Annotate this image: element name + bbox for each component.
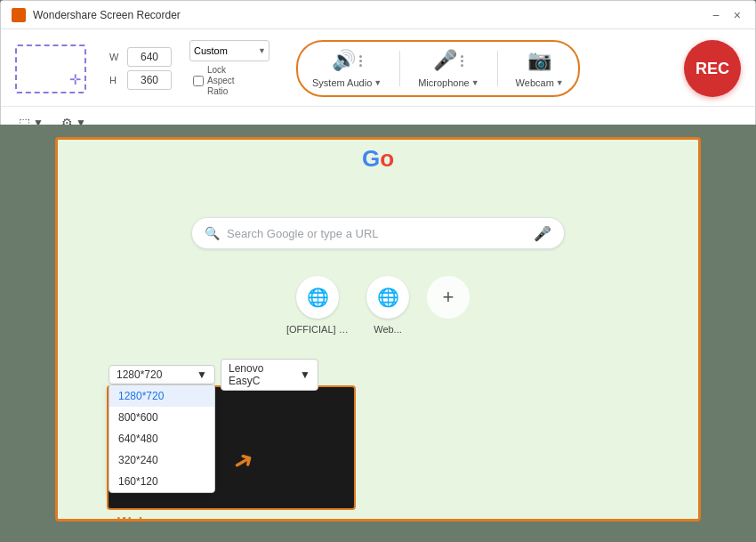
system-audio-dropdown-arrow-icon[interactable]: ▼ [374,78,382,87]
system-audio-icon-row: 🔊 [332,49,362,72]
width-input[interactable] [127,47,172,67]
close-button[interactable]: × [730,7,744,23]
camera-device-arrow-icon: ▼ [300,368,310,381]
width-label: W [109,52,122,62]
dot [359,64,362,67]
resolution-dropdown: 1280*720 800*600 640*480 320*240 [109,384,215,493]
webcam-icon: 📷 [527,49,551,72]
system-audio-dots [359,55,362,67]
search-icon: 🔍 [205,226,220,240]
height-input[interactable] [127,70,172,90]
minimize-button[interactable]: − [709,7,723,23]
shortcut-label-1: [OFFICIAL] W... [286,324,349,335]
camera-device-label: Lenovo EasyC [229,362,296,387]
canvas-crosshair-icon: ✛ [69,71,81,88]
microphone-label: Microphone [418,77,469,88]
webcam-panel: 1280*720 ▼ 1280*720 800*600 640*480 [107,385,356,510]
google-letter-o1: o [380,145,394,172]
res-option-160[interactable]: 160*120 [109,471,214,492]
webcam-icon-row: 📷 [527,49,551,72]
webcam-dropdown-arrow-icon[interactable]: ▼ [556,78,564,87]
res-option-800[interactable]: 800*600 [109,407,214,428]
webcam-av-label: Webcam [516,77,554,88]
system-audio-icon: 🔊 [332,49,356,72]
webcam-controls: 1280*720 ▼ 1280*720 800*600 640*480 [109,359,318,391]
custom-select[interactable]: Custom [189,40,269,61]
google-logo: Go [362,145,394,173]
microphone-dropdown-arrow-icon[interactable]: ▼ [471,78,479,87]
microphone-dots [461,55,463,67]
dot [359,55,362,58]
shortcut-item-1: 🌐 [OFFICIAL] W... [286,276,349,335]
webcam-arrow-annotation: ➜ [227,443,259,479]
webcam-annotation-label: Webca [117,515,163,522]
add-shortcut-button[interactable]: + [427,276,470,319]
av-divider-1 [399,51,400,86]
width-row: W [109,47,172,67]
browser-content: Go 🔍 Search Google or type a URL 🎤 🌐 [OF… [58,140,698,519]
shortcut-label-2: Web... [374,324,402,335]
lock-section: Lock Aspect Ratio [193,65,269,97]
browser-frame: Go 🔍 Search Google or type a URL 🎤 🌐 [OF… [55,137,701,522]
system-audio-label: System Audio [312,77,372,88]
res-option-1280[interactable]: 1280*720 [109,385,214,407]
chrome-icon: 🌐 [307,287,329,308]
res-option-640[interactable]: 640*480 [109,428,214,449]
microphone-select-row: Microphone ▼ [418,77,479,88]
webcam-item: 📷 Webcam ▼ [516,49,564,88]
av-controls-group: 🔊 System Audio ▼ 🎤 [296,40,580,97]
title-bar-left: Wondershare Screen Recorder [12,8,181,22]
camera-device-selected[interactable]: Lenovo EasyC ▼ [221,359,318,391]
shortcut-item-2: 🌐 Web... [366,276,409,335]
search-bar[interactable]: 🔍 Search Google or type a URL 🎤 [191,217,565,249]
preview-area: Go 🔍 Search Google or type a URL 🎤 🌐 [OF… [0,125,756,542]
resolution-arrow-icon: ▼ [197,368,207,381]
window-controls: − × [709,7,744,23]
height-label: H [109,75,122,85]
system-audio-select-row: System Audio ▼ [312,77,382,88]
shortcut-icon-2[interactable]: 🌐 [366,276,409,319]
res-option-320[interactable]: 320*240 [109,449,214,471]
microphone-icon-row: 🎤 [433,49,463,72]
web-icon: 🌐 [377,287,399,308]
google-letter-g: G [362,145,380,172]
voice-search-icon[interactable]: 🎤 [534,225,551,242]
canvas-preview: ✛ [15,44,86,93]
microphone-item: 🎤 Microphone ▼ [418,49,479,88]
camera-device-wrap: Lenovo EasyC ▼ [221,359,318,391]
search-placeholder: Search Google or type a URL [227,227,527,240]
app-icon [12,8,26,22]
shortcut-icon-1[interactable]: 🌐 [296,276,339,319]
size-section: W H [109,47,172,90]
shortcuts-row: 🌐 [OFFICIAL] W... 🌐 Web... + [58,276,698,335]
dot [461,55,463,58]
main-window: Wondershare Screen Recorder − × ✛ W H [0,0,756,140]
resolution-value: 1280*720 [117,368,162,381]
custom-section: Custom ▼ Lock Aspect Ratio [189,40,269,97]
window-title: Wondershare Screen Recorder [33,9,181,21]
height-row: H [109,70,172,90]
google-logo-area: Go [58,140,698,173]
custom-select-wrap: Custom ▼ [189,40,269,61]
rec-button[interactable]: REC [684,40,741,97]
lock-aspect-checkbox[interactable] [193,76,204,86]
webcam-select-row: Webcam ▼ [516,77,564,88]
resolution-dropdown-wrap: 1280*720 ▼ 1280*720 800*600 640*480 [109,365,215,384]
resolution-selected[interactable]: 1280*720 ▼ [109,365,215,384]
shortcut-add: + [427,276,470,335]
dot [359,60,362,62]
microphone-icon: 🎤 [433,49,457,72]
title-bar: Wondershare Screen Recorder − × [1,1,755,29]
lock-aspect-label: Lock Aspect Ratio [207,65,252,97]
dot [461,60,463,62]
av-divider-2 [497,51,498,86]
system-audio-item: 🔊 System Audio ▼ [312,49,382,88]
dot [461,64,463,67]
main-toolbar: ✛ W H Custom ▼ Lock Aspect Ratio [1,29,755,107]
